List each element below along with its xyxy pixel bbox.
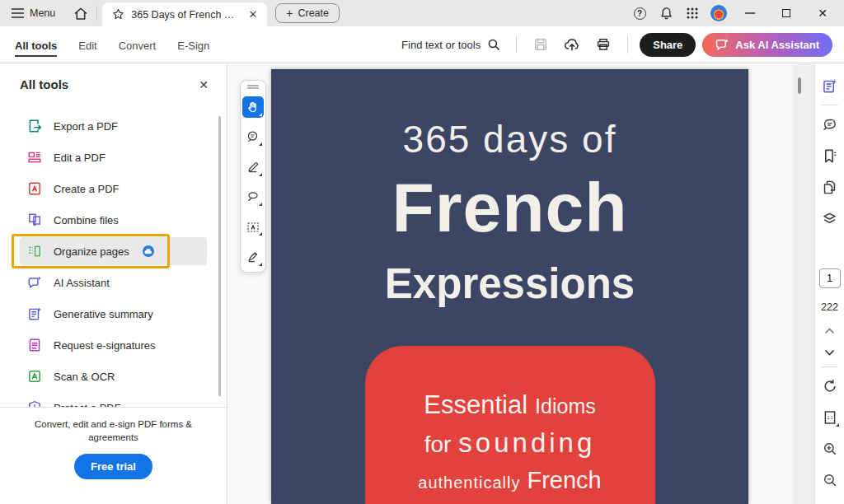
layers-panel-icon xyxy=(822,211,837,226)
sidebar-footer-text: Convert, edit and e-sign PDF forms & agr… xyxy=(0,408,227,444)
total-pages-label: 222 xyxy=(821,301,838,313)
tab-convert[interactable]: Convert xyxy=(119,29,157,61)
zoom-in-button[interactable] xyxy=(818,437,842,460)
print-button[interactable] xyxy=(591,32,616,57)
avatar xyxy=(710,5,727,21)
tab-close-icon[interactable]: ✕ xyxy=(246,8,259,21)
ask-ai-assistant-button[interactable]: Ask AI Assistant xyxy=(702,33,832,57)
page-up-icon xyxy=(824,328,835,334)
titlebar-separator xyxy=(96,6,97,21)
share-button[interactable]: Share xyxy=(640,33,696,57)
edit-pdf-icon xyxy=(27,150,42,165)
upload-cloud-button[interactable] xyxy=(560,32,584,57)
sidebar-close-icon[interactable]: ✕ xyxy=(199,78,209,91)
document-tab-title: 365 Days of French Expr... xyxy=(131,9,240,21)
sidebar-item-generative-summary[interactable]: Generative summary xyxy=(0,298,227,329)
card-text: Essential xyxy=(424,390,528,419)
sidebar-item-label: Request e-signatures xyxy=(54,339,156,352)
account-button[interactable] xyxy=(707,2,730,25)
quick-tools-drag-handle[interactable] xyxy=(247,85,259,89)
next-page-button[interactable] xyxy=(824,349,835,356)
select-text-tool-button[interactable] xyxy=(242,217,264,237)
layers-panel-button[interactable] xyxy=(818,207,842,230)
window-close-button[interactable]: ✕ xyxy=(806,1,839,26)
free-trial-button[interactable]: Free trial xyxy=(74,454,152,479)
sidebar-item-protect-pdf[interactable]: Protect a PDF xyxy=(0,392,227,407)
menu-label: Menu xyxy=(30,7,55,19)
rotate-page-button[interactable] xyxy=(818,375,842,398)
window-maximize-button[interactable] xyxy=(770,1,803,26)
content-area: All tools ✕ Export a PDF Edit a PDF Crea… xyxy=(0,64,844,504)
fill-sign-icon xyxy=(246,250,260,264)
scan-ocr-icon xyxy=(27,369,42,384)
sidebar-item-organize-pages[interactable]: Organize pages xyxy=(0,236,227,267)
sidebar-item-label: Export a PDF xyxy=(54,120,118,133)
generative-summary-panel-button[interactable] xyxy=(818,74,842,97)
pencil-tool-button[interactable] xyxy=(242,156,264,177)
current-page-input[interactable] xyxy=(819,268,841,288)
window-minimize-button[interactable] xyxy=(734,1,767,26)
sidebar-item-ai-assistant[interactable]: AI Assistant xyxy=(0,267,227,298)
page-thumbnails-button[interactable] xyxy=(818,175,842,198)
sidebar-item-scan-ocr[interactable]: Scan & OCR xyxy=(0,361,227,392)
lasso-icon xyxy=(246,190,260,203)
search-icon xyxy=(487,38,501,52)
all-tools-sidebar: All tools ✕ Export a PDF Edit a PDF Crea… xyxy=(0,64,227,504)
doc-subtitle-card: EssentialIdioms forsounding authenticall… xyxy=(365,346,655,504)
document-canvas: 365 days of French Expressions Essential… xyxy=(228,64,793,504)
minimize-icon xyxy=(745,12,755,14)
tab-e-sign[interactable]: E-Sign xyxy=(177,29,209,61)
sidebar-items: Export a PDF Edit a PDF Create a PDF Com… xyxy=(0,110,227,407)
sidebar-item-label: Scan & OCR xyxy=(54,371,115,383)
document-scrollbar-thumb[interactable] xyxy=(798,77,801,94)
export-pdf-icon xyxy=(27,119,42,133)
previous-page-button[interactable] xyxy=(824,328,835,334)
lasso-tool-button[interactable] xyxy=(242,187,264,208)
quick-tools-panel xyxy=(240,80,266,273)
generative-summary-icon xyxy=(27,306,42,321)
bookmarks-panel-button[interactable] xyxy=(818,144,842,167)
comments-panel-button[interactable] xyxy=(818,113,842,136)
zoom-in-icon xyxy=(823,441,837,456)
select-text-icon xyxy=(246,221,260,234)
doc-title-line1: 365 days of xyxy=(271,117,748,161)
sidebar-item-label: Create a PDF xyxy=(54,183,119,195)
doc-title-line3: Expressions xyxy=(271,259,748,308)
help-button[interactable]: ? xyxy=(628,2,651,25)
find-text-or-tools[interactable]: Find text or tools xyxy=(401,38,504,52)
print-icon xyxy=(596,37,611,52)
notifications-button[interactable] xyxy=(654,2,678,25)
sidebar-item-edit-pdf[interactable]: Edit a PDF xyxy=(0,142,227,173)
create-pdf-icon xyxy=(27,181,42,196)
sidebar-item-export-pdf[interactable]: Export a PDF xyxy=(0,110,227,142)
hand-tool-button[interactable] xyxy=(242,96,264,117)
ask-ai-label: Ask AI Assistant xyxy=(735,39,819,51)
sidebar-scrollbar[interactable] xyxy=(218,116,221,396)
menu-button[interactable]: Menu xyxy=(0,0,65,26)
document-tab[interactable]: 365 Days of French Expr... ✕ xyxy=(102,2,267,26)
page-down-icon xyxy=(824,349,835,356)
zoom-out-icon xyxy=(823,473,837,488)
home-button[interactable] xyxy=(65,0,96,26)
right-rail: 222 1:1 xyxy=(814,64,844,504)
tab-edit[interactable]: Edit xyxy=(78,29,96,61)
right-rail-divider-2 xyxy=(822,366,838,367)
fill-sign-tool-button[interactable] xyxy=(242,246,264,267)
maximize-icon xyxy=(782,9,790,17)
document-scrollbar-track[interactable] xyxy=(793,64,814,504)
plus-icon: + xyxy=(286,7,293,19)
tab-all-tools[interactable]: All tools xyxy=(15,29,57,61)
sidebar-item-request-e-signatures[interactable]: Request e-signatures xyxy=(0,329,227,361)
actual-size-button[interactable]: 1:1 xyxy=(818,406,842,429)
zoom-out-button[interactable] xyxy=(818,469,842,492)
add-comment-tool-button[interactable] xyxy=(242,127,264,147)
apps-grid-button[interactable] xyxy=(681,2,704,25)
close-icon: ✕ xyxy=(818,7,828,20)
bell-icon xyxy=(659,7,673,21)
bookmarks-panel-icon xyxy=(822,148,837,164)
sidebar-item-combine-files[interactable]: Combine files xyxy=(0,204,227,236)
titlebar: Menu 365 Days of French Expr... ✕ + Crea… xyxy=(0,0,844,26)
sidebar-item-create-pdf[interactable]: Create a PDF xyxy=(0,173,227,204)
create-tab-button[interactable]: + Create xyxy=(275,3,340,23)
esignature-icon xyxy=(27,338,42,352)
